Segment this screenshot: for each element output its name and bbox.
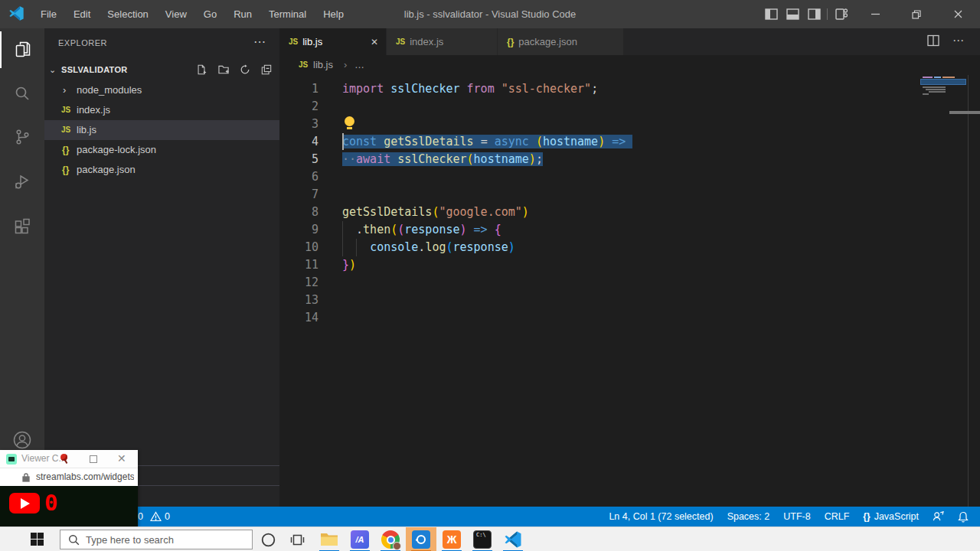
menu-file[interactable]: File — [32, 0, 65, 28]
code-line-4[interactable]: 4const getSslDetails = async (hostname) … — [279, 133, 968, 151]
menu-edit[interactable]: Edit — [65, 0, 99, 28]
toggle-secondary-sidebar-icon[interactable] — [805, 6, 822, 21]
indent-guide — [342, 221, 343, 256]
tree-item-package.json[interactable]: {}package.json — [44, 160, 279, 180]
search-icon[interactable] — [0, 75, 44, 112]
menu-view[interactable]: View — [157, 0, 195, 28]
viewer-count-value: 0 — [44, 490, 57, 516]
run-debug-icon[interactable] — [0, 163, 44, 200]
split-editor-icon[interactable] — [926, 34, 940, 47]
line-number: 9 — [279, 221, 342, 239]
line-content: ··await sslChecker(hostname); — [342, 152, 543, 166]
editor-more-actions-icon[interactable]: ⋯ — [952, 34, 964, 47]
encoding-indicator[interactable]: UTF-8 — [776, 507, 817, 527]
minimap-mark — [923, 86, 946, 88]
close-button[interactable] — [940, 0, 975, 28]
toggle-panel-icon[interactable] — [784, 6, 801, 21]
tree-item-package-lock.json[interactable]: {}package-lock.json — [44, 140, 279, 160]
taskbar-vscode[interactable] — [498, 527, 528, 551]
code-line-7[interactable]: 7 — [279, 186, 968, 204]
taskbar-chrome[interactable] — [375, 527, 406, 551]
js-file-icon: JS — [61, 120, 70, 140]
folder-chevron-icon: › — [63, 80, 66, 100]
customize-layout-icon[interactable] — [833, 6, 850, 21]
taskbar-slash-app[interactable]: /A — [345, 527, 375, 551]
start-button[interactable] — [0, 527, 58, 551]
minimap[interactable] — [921, 75, 968, 504]
explorer-more-actions-icon[interactable]: ⋯ — [253, 34, 266, 49]
explorer-icon[interactable] — [0, 31, 44, 68]
code-line-14[interactable]: 14 — [279, 309, 968, 327]
taskbar-xampp[interactable]: Ж — [436, 527, 467, 551]
section-label: SSLVALIDATOR — [61, 60, 128, 79]
tab-close-icon[interactable]: ✕ — [371, 37, 378, 47]
source-control-icon[interactable] — [0, 119, 44, 155]
code-line-10[interactable]: 10 console.log(response) — [279, 239, 968, 256]
code-line-5[interactable]: 5··await sslChecker(hostname); — [279, 151, 968, 168]
code-line-6[interactable]: 6 — [279, 168, 968, 186]
menu-selection[interactable]: Selection — [99, 0, 156, 28]
taskbar-file-explorer[interactable] — [314, 527, 345, 551]
breadcrumb-js-icon: JS — [299, 55, 308, 75]
line-number: 4 — [279, 133, 342, 151]
minimap-mark — [923, 77, 933, 78]
code-line-1[interactable]: 1import sslChecker from "ssl-checker"; — [279, 80, 968, 98]
menu-go[interactable]: Go — [195, 0, 225, 28]
new-folder-icon[interactable] — [217, 64, 230, 76]
status-item-label: JavaScript — [874, 511, 919, 522]
taskbar-streamlabs[interactable] — [406, 527, 436, 551]
cortana-button[interactable] — [253, 527, 283, 551]
code-line-12[interactable]: 12 — [279, 274, 968, 292]
notifications-bell-icon[interactable] — [951, 507, 975, 527]
language-indicator[interactable]: {}JavaScript — [856, 507, 926, 527]
code-line-3[interactable]: 3 — [279, 116, 968, 133]
file-name: node_modules — [77, 80, 142, 100]
code-line-11[interactable]: 11}) — [279, 256, 968, 274]
taskbar-terminal[interactable]: C:\ — [467, 527, 498, 551]
tab-lib.js[interactable]: JSlib.js✕ — [279, 28, 387, 55]
code-line-8[interactable]: 8getSslDetails("google.com") — [279, 204, 968, 221]
minimize-button[interactable] — [858, 0, 893, 28]
code-line-2[interactable]: 2 — [279, 98, 968, 116]
tab-package.json[interactable]: {}package.json — [498, 28, 624, 55]
collapse-folders-icon[interactable] — [260, 64, 273, 76]
viewer-count-window[interactable]: Viewer C... ✕ streamlabs.com/widgets/...… — [0, 450, 138, 527]
restore-button[interactable] — [899, 0, 934, 28]
code-line-9[interactable]: 9 .then((response) => { — [279, 221, 968, 239]
task-view-button[interactable] — [282, 527, 312, 551]
minimap-mark — [926, 89, 946, 90]
eol-indicator[interactable]: CRLF — [818, 507, 857, 527]
tree-item-node_modules[interactable]: ›node_modules — [44, 80, 279, 100]
extensions-icon[interactable] — [0, 208, 44, 245]
overlay-close-icon[interactable]: ✕ — [117, 452, 126, 465]
js-file-icon: JS — [61, 100, 70, 120]
breadcrumb[interactable]: JS lib.js › … — [279, 55, 980, 75]
refresh-icon[interactable] — [238, 64, 252, 76]
scrollbar-track[interactable] — [968, 75, 969, 507]
cursor-position-indicator[interactable]: Ln 4, Col 1 (72 selected) — [602, 507, 720, 527]
tree-item-lib.js[interactable]: JSlib.js — [44, 120, 279, 140]
feedback-icon-item[interactable] — [926, 507, 951, 527]
minimap-mark — [934, 77, 941, 78]
overlay-titlebar[interactable]: Viewer C... ✕ — [0, 450, 138, 468]
code-line-13[interactable]: 13 — [279, 292, 968, 309]
breadcrumb-file[interactable]: lib.js — [313, 55, 333, 75]
overlay-url-text[interactable]: streamlabs.com/widgets/... — [36, 471, 134, 482]
new-file-icon[interactable] — [194, 64, 208, 76]
taskbar-search-box[interactable]: Type here to search — [60, 530, 253, 549]
json-file-icon: {} — [62, 160, 69, 180]
titlebar-separator — [827, 8, 828, 20]
line-content: import sslChecker from "ssl-checker"; — [342, 82, 598, 96]
overlay-restore-icon[interactable] — [90, 455, 97, 463]
overlay-url-bar[interactable]: streamlabs.com/widgets/... — [0, 468, 138, 486]
breadcrumb-symbol[interactable]: … — [354, 55, 364, 75]
lightbulb-icon[interactable] — [345, 116, 354, 129]
lock-icon — [22, 473, 30, 482]
code-editor[interactable]: 1import sslChecker from "ssl-checker";23… — [279, 75, 968, 507]
folder-section-header[interactable]: ⌄ SSLVALIDATOR — [44, 60, 279, 79]
tree-item-index.js[interactable]: JSindex.js — [44, 100, 279, 120]
toggle-sidebar-icon[interactable] — [763, 6, 779, 21]
indentation-indicator[interactable]: Spaces: 2 — [720, 507, 777, 527]
tab-index.js[interactable]: JSindex.js — [387, 28, 498, 55]
line-number: 3 — [279, 116, 342, 133]
